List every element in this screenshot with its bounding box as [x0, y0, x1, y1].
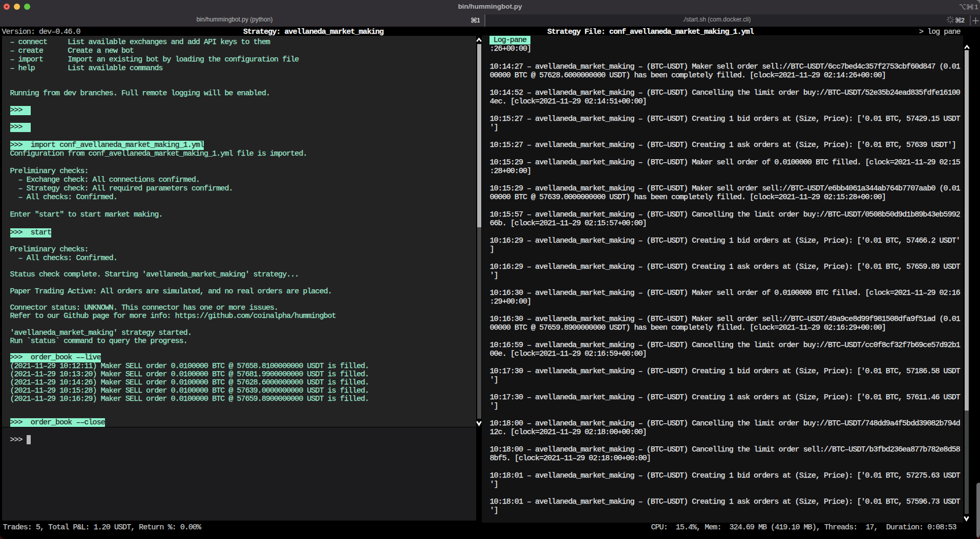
svg-text:1: 1 [975, 4, 978, 10]
svg-text:1: 1 [477, 17, 480, 24]
svg-text:2: 2 [961, 17, 965, 24]
